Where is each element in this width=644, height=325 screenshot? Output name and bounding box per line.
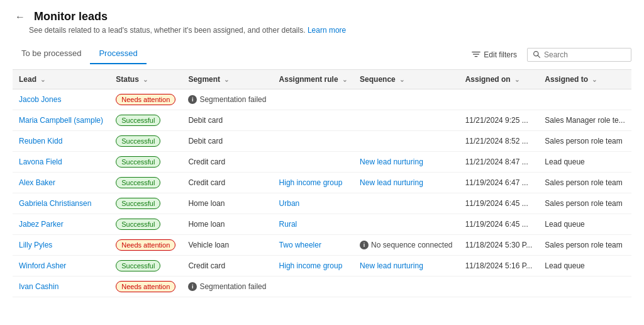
lead-link[interactable]: Maria Campbell (sample) bbox=[19, 116, 103, 125]
table-row: Alex BakerSuccessfulCredit cardHigh inco… bbox=[13, 173, 631, 193]
table-header-row: Lead ⌄ Status ⌄ Segment ⌄ Assignment rul… bbox=[13, 70, 631, 89]
status-badge: Successful bbox=[116, 135, 160, 147]
sequence-cell bbox=[353, 89, 459, 110]
search-box bbox=[527, 48, 631, 62]
col-header-status[interactable]: Status ⌄ bbox=[109, 70, 182, 89]
segment-cell: Credit card bbox=[182, 152, 272, 173]
segment-cell: Home loan bbox=[182, 193, 272, 214]
page-title: Monitor leads bbox=[34, 10, 108, 23]
assigned-to-cell: Sales person role team bbox=[538, 235, 631, 256]
page-subtitle: See details related to a lead's status, … bbox=[29, 26, 631, 35]
assignment-rule-cell bbox=[273, 110, 353, 131]
col-header-assigned-to[interactable]: Assigned to ⌄ bbox=[538, 70, 631, 89]
table-row: Winford AsherSuccessfulCredit cardHigh i… bbox=[13, 256, 631, 277]
assigned-on-cell: 11/21/2024 8:47 ... bbox=[459, 152, 539, 173]
lead-link[interactable]: Gabriela Christiansen bbox=[19, 199, 91, 208]
segment-cell: iSegmentation failed bbox=[182, 277, 272, 297]
col-header-assigned-on[interactable]: Assigned on ⌄ bbox=[459, 70, 539, 89]
back-button[interactable]: ← bbox=[13, 11, 28, 23]
tab-to-be-processed[interactable]: To be processed bbox=[13, 45, 90, 64]
col-header-sequence[interactable]: Sequence ⌄ bbox=[353, 70, 459, 89]
search-input[interactable] bbox=[544, 50, 626, 59]
assigned-on-cell: 11/21/2024 9:25 ... bbox=[459, 110, 539, 131]
sequence-cell: New lead nurturing bbox=[353, 173, 459, 193]
col-header-lead[interactable]: Lead ⌄ bbox=[13, 70, 109, 89]
lead-link[interactable]: Reuben Kidd bbox=[19, 137, 62, 145]
assigned-on-cell: 11/21/2024 8:52 ... bbox=[459, 131, 539, 152]
assigned-on-cell bbox=[459, 89, 539, 110]
sequence-cell: New lead nurturing bbox=[353, 256, 459, 277]
table-row: Lavona FieldSuccessfulCredit cardNew lea… bbox=[13, 152, 631, 173]
info-icon: i bbox=[188, 95, 197, 104]
status-badge: Needs attention bbox=[116, 239, 175, 251]
lead-link[interactable]: Jacob Jones bbox=[19, 95, 61, 104]
assignment-rule-cell: Rural bbox=[273, 214, 353, 235]
segment-cell: iSegmentation failed bbox=[182, 89, 272, 110]
lead-link[interactable]: Ivan Cashin bbox=[19, 282, 58, 291]
assigned-to-cell bbox=[538, 277, 631, 297]
assigned-to-cell: Sales person role team bbox=[538, 131, 631, 152]
assigned-on-cell: 11/18/2024 5:30 P... bbox=[459, 235, 539, 256]
edit-filters-button[interactable]: Edit filters bbox=[467, 48, 522, 62]
lead-link[interactable]: Winford Asher bbox=[19, 261, 66, 270]
sequence-cell bbox=[353, 131, 459, 152]
table-row: Reuben KiddSuccessfulDebit card11/21/202… bbox=[13, 131, 631, 152]
segment-cell: Credit card bbox=[182, 173, 272, 193]
filter-icon bbox=[472, 50, 480, 59]
status-badge: Needs attention bbox=[116, 94, 175, 105]
sequence-cell bbox=[353, 214, 459, 235]
search-icon bbox=[533, 50, 541, 59]
segment-cell: Debit card bbox=[182, 131, 272, 152]
status-badge: Successful bbox=[116, 219, 160, 230]
assignment-rule-cell bbox=[273, 152, 353, 173]
status-badge: Successful bbox=[116, 198, 160, 209]
assigned-to-cell: Sales person role team bbox=[538, 173, 631, 193]
col-header-assignment-rule[interactable]: Assignment rule ⌄ bbox=[273, 70, 353, 89]
assigned-on-cell bbox=[459, 277, 539, 297]
tab-bar: To be processed Processed bbox=[13, 45, 147, 64]
assignment-rule-cell: High income group bbox=[273, 173, 353, 193]
warning-icon: i bbox=[360, 241, 369, 249]
assigned-to-cell: Lead queue bbox=[538, 214, 631, 235]
learn-more-link[interactable]: Learn more bbox=[308, 26, 346, 35]
leads-table: Lead ⌄ Status ⌄ Segment ⌄ Assignment rul… bbox=[13, 70, 631, 297]
lead-link[interactable]: Jabez Parker bbox=[19, 220, 64, 229]
svg-line-1 bbox=[538, 55, 540, 57]
table-row: Jacob JonesNeeds attentioniSegmentation … bbox=[13, 89, 631, 110]
segment-cell: Credit card bbox=[182, 256, 272, 277]
lead-link[interactable]: Alex Baker bbox=[19, 178, 55, 187]
status-badge: Needs attention bbox=[116, 281, 175, 292]
assignment-rule-cell bbox=[273, 89, 353, 110]
assigned-on-cell: 11/18/2024 5:16 P... bbox=[459, 256, 539, 277]
status-badge: Successful bbox=[116, 115, 160, 126]
sequence-cell bbox=[353, 277, 459, 297]
segment-cell: Home loan bbox=[182, 214, 272, 235]
info-icon: i bbox=[188, 282, 197, 291]
segment-cell: Vehicle loan bbox=[182, 235, 272, 256]
assigned-on-cell: 11/19/2024 6:47 ... bbox=[459, 173, 539, 193]
sequence-cell: iNo sequence connected bbox=[353, 235, 459, 256]
table-row: Ivan CashinNeeds attentioniSegmentation … bbox=[13, 277, 631, 297]
assigned-to-cell bbox=[538, 89, 631, 110]
segment-cell: Debit card bbox=[182, 110, 272, 131]
sequence-cell bbox=[353, 110, 459, 131]
assigned-to-cell: Lead queue bbox=[538, 152, 631, 173]
status-badge: Successful bbox=[116, 177, 160, 188]
status-badge: Successful bbox=[116, 260, 160, 271]
assigned-to-cell: Lead queue bbox=[538, 256, 631, 277]
lead-link[interactable]: Lilly Pyles bbox=[19, 241, 52, 249]
tab-processed[interactable]: Processed bbox=[90, 45, 146, 64]
assignment-rule-cell: Two wheeler bbox=[273, 235, 353, 256]
lead-link[interactable]: Lavona Field bbox=[19, 157, 62, 166]
leads-table-container: Lead ⌄ Status ⌄ Segment ⌄ Assignment rul… bbox=[13, 69, 631, 297]
assigned-on-cell: 11/19/2024 6:45 ... bbox=[459, 193, 539, 214]
assignment-rule-cell bbox=[273, 277, 353, 297]
assigned-to-cell: Sales person role team bbox=[538, 193, 631, 214]
col-header-segment[interactable]: Segment ⌄ bbox=[182, 70, 272, 89]
table-row: Maria Campbell (sample)SuccessfulDebit c… bbox=[13, 110, 631, 131]
table-row: Gabriela ChristiansenSuccessfulHome loan… bbox=[13, 193, 631, 214]
assignment-rule-cell: Urban bbox=[273, 193, 353, 214]
assignment-rule-cell: High income group bbox=[273, 256, 353, 277]
toolbar-right: Edit filters bbox=[467, 48, 631, 62]
toolbar: To be processed Processed Edit filters bbox=[13, 45, 631, 64]
